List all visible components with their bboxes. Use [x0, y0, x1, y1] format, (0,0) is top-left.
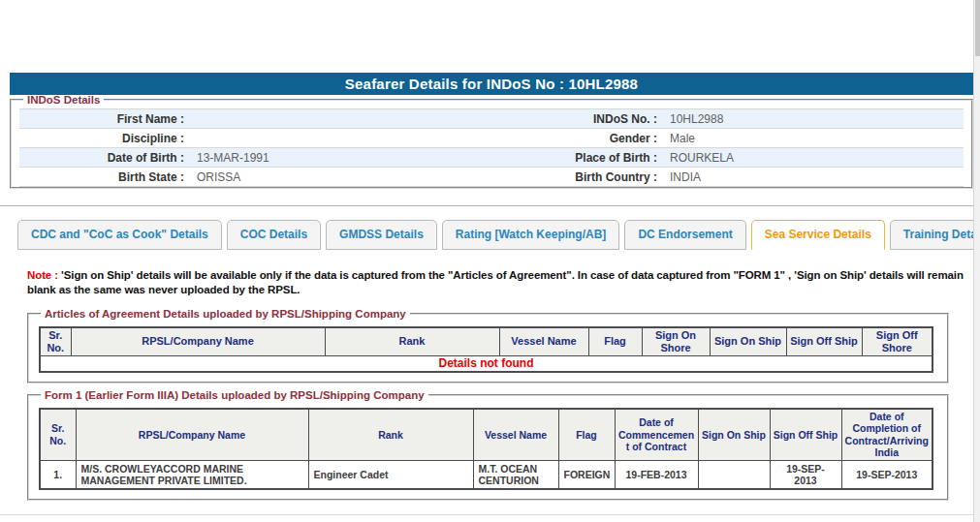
cell: 1. [40, 460, 76, 489]
indos-row: Birth State :ORISSABirth Country :INDIA [19, 168, 964, 187]
vertical-scrollbar[interactable] [973, 0, 980, 522]
column-header: Sign Off Shore [862, 327, 933, 355]
column-header: Vessel Name [473, 409, 558, 460]
column-header: RPSL/Company Name [71, 327, 325, 355]
form1-fieldset: Form 1 (Earlier Form IIIA) Details uploa… [27, 389, 949, 501]
column-header: Flag [588, 327, 642, 355]
field-label: Birth State : [19, 170, 184, 184]
tab-cdc-and-coc-as-cook-details[interactable]: CDC and "CoC as Cook" Details [17, 220, 222, 250]
field-value: 13-MAR-1991 [184, 151, 490, 165]
column-header: Sr. No. [40, 409, 76, 460]
field-value: INDIA [657, 170, 964, 184]
articles-legend: Articles of Agreement Details uploaded b… [41, 308, 410, 320]
seafarer-details-page: Seafarer Details for INDoS No : 10HL2988… [0, 0, 980, 522]
indos-row: Discipline :Gender :Male [19, 129, 964, 148]
page-title: Seafarer Details for INDoS No : 10HL2988 [10, 73, 973, 95]
column-header: Sign On Ship [698, 409, 770, 460]
column-header: Sign Off Ship [786, 327, 862, 355]
field-label: Discipline : [19, 132, 184, 145]
cell: FOREIGN [558, 460, 615, 489]
column-header: Date of Commencement of Contract [615, 409, 698, 460]
articles-of-agreement-fieldset: Articles of Agreement Details uploaded b… [27, 308, 949, 384]
field-value: ORISSA [184, 170, 490, 184]
column-header: Vessel Name [499, 327, 588, 355]
column-header: Rank [308, 409, 473, 460]
indos-details-fieldset: INDoS Details First Name :INDoS No. :10H… [10, 94, 973, 189]
empty-message: Details not found [40, 355, 933, 372]
note-body: 'Sign on Ship' details will be available… [27, 269, 964, 295]
tab-dc-endorsement[interactable]: DC Endorsement [624, 220, 745, 250]
form1-table: Sr. No.RPSL/Company NameRankVessel NameF… [39, 408, 933, 490]
tab-gmdss-details[interactable]: GMDSS Details [326, 220, 437, 250]
section-divider [0, 205, 973, 206]
field-label: Date of Birth : [19, 151, 184, 165]
column-header: Sign On Ship [710, 327, 786, 355]
tab-sea-service-details[interactable]: Sea Service Details [751, 220, 885, 250]
cell: M.T. OCEAN CENTURION [473, 460, 558, 489]
scrollbar-thumb[interactable] [975, 0, 980, 56]
column-header: Sign On Shore [642, 327, 710, 355]
tab-bar: CDC and "CoC as Cook" DetailsCOC Details… [17, 220, 980, 250]
indos-details-legend: INDoS Details [23, 94, 104, 106]
articles-table: Sr. No.RPSL/Company NameRankVessel NameF… [39, 326, 933, 373]
cell: M/S. CROWLEYACCORD MARINE MANAGEMENT PRI… [76, 460, 308, 489]
column-header: Flag [558, 409, 615, 460]
tab-coc-details[interactable]: COC Details [227, 220, 321, 250]
table-row: 1.M/S. CROWLEYACCORD MARINE MANAGEMENT P… [40, 460, 933, 489]
field-label: Birth Country : [490, 170, 657, 184]
field-value: ROURKELA [657, 151, 964, 165]
field-label: Gender : [490, 132, 657, 145]
bottom-divider [0, 514, 973, 515]
column-header: Date of Completion of Contract/Arriving … [841, 409, 933, 460]
indos-row: First Name :INDoS No. :10HL2988 [19, 108, 964, 129]
field-label: INDoS No. : [490, 112, 657, 126]
field-label: Place of Birth : [490, 151, 657, 165]
table-header-row: Sr. No.RPSL/Company NameRankVessel NameF… [40, 327, 933, 355]
note-label: Note : [27, 269, 61, 281]
form1-legend: Form 1 (Earlier Form IIIA) Details uploa… [41, 389, 428, 401]
cell: 19-FEB-2013 [615, 460, 698, 489]
field-label: First Name : [19, 112, 184, 126]
column-header: Sr. No. [40, 327, 71, 355]
cell: 19-SEP-2013 [841, 460, 933, 489]
column-header: RPSL/Company Name [76, 409, 308, 460]
column-header: Sign Off Ship [770, 409, 841, 460]
indos-details-rows: First Name :INDoS No. :10HL2988Disciplin… [19, 108, 964, 187]
empty-message-row: Details not found [40, 355, 933, 372]
note-text: Note : 'Sign on Ship' details will be av… [27, 268, 964, 297]
indos-row: Date of Birth :13-MAR-1991Place of Birth… [19, 148, 964, 168]
tab-training-details[interactable]: Training Details [890, 220, 980, 250]
cell: Engineer Cadet [308, 460, 473, 489]
cell: 19-SEP-2013 [770, 460, 841, 489]
cell [698, 460, 770, 489]
tab-rating-watch-keeping-ab[interactable]: Rating [Watch Keeping/AB] [442, 220, 620, 250]
table-header-row: Sr. No.RPSL/Company NameRankVessel NameF… [40, 409, 933, 460]
field-value: 10HL2988 [657, 112, 964, 126]
column-header: Rank [325, 327, 499, 355]
field-value: Male [657, 132, 964, 145]
